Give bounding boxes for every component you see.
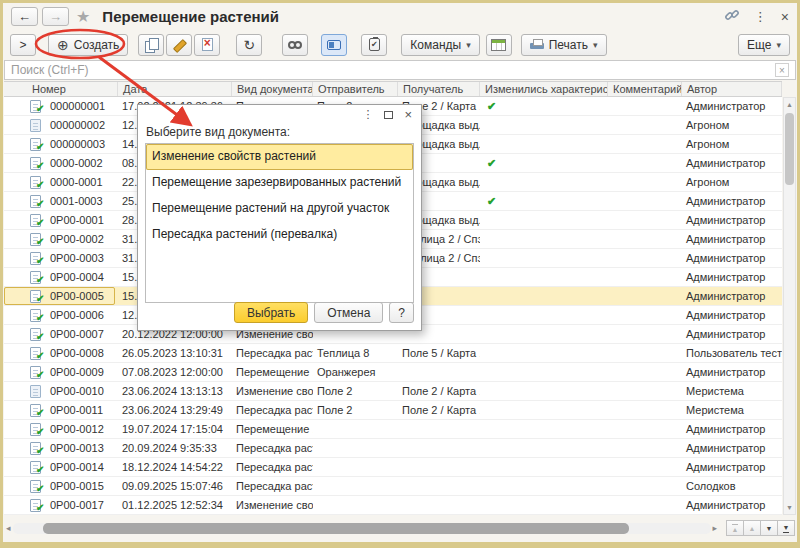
document-type-option[interactable]: Перемещение растений на другой участок — [146, 196, 413, 222]
cell-comment — [608, 287, 682, 305]
copy-icon — [145, 38, 158, 51]
check-posting-button[interactable]: ✔ — [361, 34, 387, 56]
row-gutter — [4, 211, 24, 229]
cell-changed — [480, 344, 608, 362]
title-bar: ← → ★ Перемещение растений ⋮ × — [3, 3, 797, 30]
set-period-button[interactable] — [282, 34, 308, 56]
cancel-button[interactable]: Отмена — [314, 302, 383, 323]
table-row[interactable]: 0P00-001418.12.2024 14:54:22Пересадка ра… — [4, 458, 782, 477]
column-header[interactable]: Вид документа — [232, 82, 313, 96]
vertical-scrollbar[interactable]: ▲ ▼ — [783, 97, 796, 515]
search-input[interactable]: Поиск (Ctrl+F) × — [4, 60, 796, 80]
row-icon-cell — [24, 458, 46, 476]
cell-changed — [480, 287, 608, 305]
cell-doc-type: Пересадка раст... — [232, 477, 313, 495]
document-type-option[interactable]: Перемещение зарезервированных растений — [146, 170, 413, 196]
table-row[interactable]: 0P00-001219.07.2024 17:15:04Перемещение … — [4, 420, 782, 439]
dialog-menu-icon[interactable]: ⋮ — [362, 108, 373, 121]
menu-dots-icon[interactable]: ⋮ — [754, 9, 767, 24]
cell-author: Администратор — [682, 249, 782, 267]
document-type-option[interactable]: Изменение свойств растений — [146, 144, 413, 170]
customize-table-button[interactable] — [486, 34, 512, 56]
column-header[interactable]: Автор — [682, 82, 782, 96]
forward-button[interactable]: → — [42, 7, 69, 26]
column-header[interactable]: Комментарий — [608, 82, 682, 96]
column-header[interactable]: Номер — [4, 82, 118, 96]
favorite-star-icon[interactable]: ★ — [76, 7, 90, 26]
scroll-right-icon[interactable]: ▸ — [711, 523, 720, 533]
help-button[interactable]: ? — [389, 302, 414, 323]
horizontal-scroll-thumb[interactable] — [43, 523, 629, 534]
cell-doc-type: Пересадка раст... — [232, 401, 313, 419]
panel-toggle-button[interactable] — [321, 34, 347, 56]
close-icon[interactable]: × — [781, 9, 789, 25]
table-row[interactable]: 0P00-001701.12.2025 12:52:34Изменение св… — [4, 496, 782, 515]
cell-sender: Теплица 8 — [313, 344, 398, 362]
print-button[interactable]: Печать ▾ — [521, 34, 607, 56]
document-posted-icon — [30, 423, 41, 436]
cell-sender: Поле 2 — [313, 382, 398, 400]
cell-comment — [608, 420, 682, 438]
more-button[interactable]: Еще ▾ — [738, 34, 790, 56]
scroll-left-icon[interactable]: ◂ — [4, 523, 13, 533]
commands-button[interactable]: Команды ▾ — [401, 34, 479, 56]
refresh-button[interactable]: ↻ — [236, 34, 262, 56]
horizontal-scrollbar[interactable] — [13, 523, 711, 534]
go-previous-button[interactable]: ▲ — [743, 520, 761, 536]
dialog-buttons: Выбрать Отмена ? — [234, 302, 414, 323]
get-link-icon[interactable] — [724, 7, 740, 27]
cell-comment — [608, 173, 682, 191]
go-next-button[interactable]: ▼ — [760, 520, 778, 536]
cell-sender: Оранжерея — [313, 363, 398, 381]
document-icon — [30, 119, 41, 132]
table-row[interactable]: 0P00-001509.09.2025 15:07:46Пересадка ра… — [4, 477, 782, 496]
row-gutter — [4, 230, 24, 248]
copy-button[interactable] — [138, 34, 164, 56]
create-button[interactable]: ⊕ Создать — [48, 34, 128, 56]
row-gutter — [4, 439, 24, 457]
vertical-scroll-thumb[interactable] — [785, 113, 794, 185]
row-gutter — [4, 477, 24, 495]
clear-search-icon[interactable]: × — [775, 63, 789, 77]
cell-author: Администратор — [682, 325, 782, 343]
table-row[interactable]: 0P00-001123.06.2024 13:29:49Пересадка ра… — [4, 401, 782, 420]
table-row[interactable]: 0P00-001023.06.2024 13:13:13Изменение св… — [4, 382, 782, 401]
dialog-maximize-icon[interactable] — [384, 111, 393, 119]
cell-author: Администратор — [682, 192, 782, 210]
cell-changed — [480, 116, 608, 134]
row-icon-cell — [24, 116, 46, 134]
column-header[interactable]: Отправитель — [313, 82, 398, 96]
row-icon-cell — [24, 401, 46, 419]
mark-deletion-button[interactable] — [194, 34, 220, 56]
column-header[interactable]: Изменились характеристики — [480, 82, 608, 96]
cell-changed — [480, 268, 608, 286]
row-icon-cell — [24, 306, 46, 324]
cell-number: 0P00-0004 — [46, 268, 118, 286]
table-row[interactable]: 0P00-000907.08.2023 12:00:00Перемещение … — [4, 363, 782, 382]
document-posted-icon — [30, 214, 41, 227]
cell-comment — [608, 344, 682, 362]
scroll-down-icon[interactable]: ▼ — [784, 501, 795, 514]
column-header[interactable]: Дата — [118, 82, 232, 96]
go-first-button[interactable]: ▲ — [726, 520, 744, 536]
back-button[interactable]: ← — [11, 7, 38, 26]
dialog-title-bar: ⋮ × — [138, 105, 421, 124]
changed-check-icon: ✔ — [484, 100, 496, 112]
column-header[interactable]: Получатель — [398, 82, 480, 96]
table-row[interactable]: 0P00-000826.05.2023 13:10:31Пересадка ра… — [4, 344, 782, 363]
table-row[interactable]: 0P00-001320.09.2024 9:35:33Пересадка рас… — [4, 439, 782, 458]
document-type-option[interactable]: Пересадка растений (перевалка) — [146, 222, 413, 248]
cell-receiver: Поле 2 / Карта ... — [398, 382, 480, 400]
cell-date: 23.06.2024 13:29:49 — [118, 401, 232, 419]
dialog-close-icon[interactable]: × — [404, 107, 412, 122]
cell-comment — [608, 116, 682, 134]
choose-button[interactable]: Выбрать — [234, 302, 308, 323]
row-icon-cell — [24, 363, 46, 381]
cell-date: 09.09.2025 15:07:46 — [118, 477, 232, 495]
go-last-button[interactable]: ▼ — [777, 520, 795, 536]
scroll-up-icon[interactable]: ▲ — [784, 98, 795, 111]
expand-panel-button[interactable]: > — [10, 34, 36, 56]
edit-button[interactable] — [166, 34, 192, 56]
cell-date: 18.12.2024 14:54:22 — [118, 458, 232, 476]
document-posted-icon — [30, 195, 41, 208]
